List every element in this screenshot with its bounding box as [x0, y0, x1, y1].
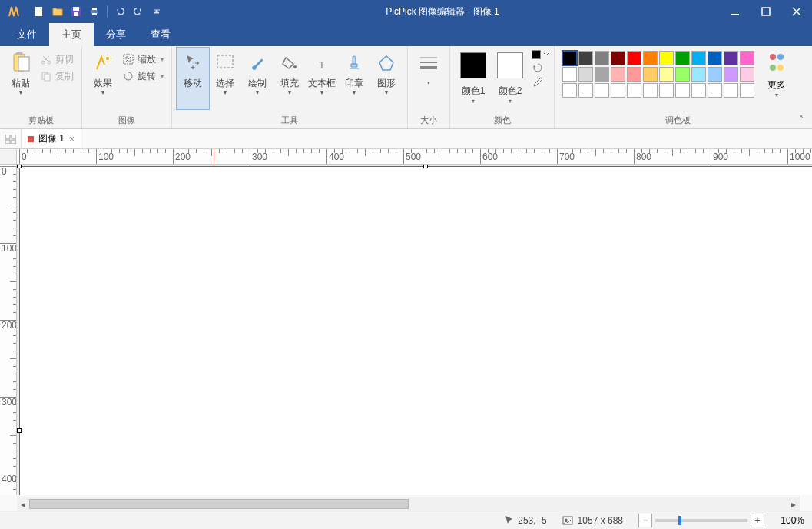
palette-swatch[interactable]: [627, 83, 641, 98]
tab-view[interactable]: 查看: [138, 23, 183, 46]
palette-swatch[interactable]: [691, 67, 706, 82]
palette-swatch[interactable]: [562, 83, 577, 98]
palette-swatch[interactable]: [691, 51, 706, 65]
cursor-icon: [504, 515, 513, 526]
palette-swatch[interactable]: [740, 83, 754, 98]
close-button[interactable]: [781, 0, 812, 23]
maximize-button[interactable]: [751, 0, 781, 23]
color1-button[interactable]: 颜色1 ▾: [455, 48, 492, 105]
palette-swatch[interactable]: [611, 67, 625, 82]
palette-swatch[interactable]: [675, 51, 690, 65]
palette-swatch[interactable]: [611, 51, 625, 65]
effects-button[interactable]: 效果 ▾: [87, 48, 119, 109]
canvas-viewport[interactable]: [17, 165, 812, 495]
resize-handle[interactable]: [423, 165, 428, 168]
line-weight-button[interactable]: ▾: [413, 48, 445, 109]
zoom-out-button[interactable]: −: [638, 514, 652, 527]
palette-swatch[interactable]: [724, 67, 738, 82]
palette-swatch[interactable]: [675, 67, 690, 82]
group-clipboard: 粘贴 ▾ 剪切 复制 剪贴板: [0, 46, 82, 128]
text-tool-button[interactable]: T文本框▾: [306, 48, 338, 109]
swap-colors-button[interactable]: [532, 50, 549, 59]
collapse-ribbon-button[interactable]: ˄: [794, 113, 809, 127]
palette-swatch[interactable]: [740, 51, 754, 65]
tab-share[interactable]: 分享: [94, 23, 138, 46]
palette-swatch[interactable]: [562, 67, 577, 82]
palette-swatch[interactable]: [659, 51, 674, 65]
redo-button[interactable]: [130, 3, 147, 20]
shapes-tool-button[interactable]: 图形▾: [370, 48, 403, 109]
more-colors-button[interactable]: 更多 ▾: [757, 48, 796, 98]
canvas[interactable]: [19, 166, 812, 495]
separator: [107, 5, 108, 18]
open-file-button[interactable]: [49, 3, 66, 20]
scroll-right-button[interactable]: ▸: [787, 497, 800, 511]
palette-swatch[interactable]: [643, 51, 658, 65]
rotate-button[interactable]: 旋转▾: [119, 68, 167, 85]
copy-button[interactable]: 复制: [37, 68, 77, 85]
palette-swatch[interactable]: [724, 83, 738, 98]
resize-button[interactable]: 缩放▾: [119, 51, 167, 68]
resize-handle[interactable]: [17, 165, 22, 168]
palette-swatch[interactable]: [611, 83, 625, 98]
eyedropper-icon: [532, 76, 544, 88]
scroll-track[interactable]: [29, 497, 787, 511]
tab-file[interactable]: 文件: [5, 23, 49, 46]
palette-swatch[interactable]: [643, 67, 658, 82]
palette-swatch[interactable]: [708, 51, 722, 65]
palette-swatch[interactable]: [691, 83, 706, 98]
close-tab-button[interactable]: ×: [69, 134, 75, 145]
document-tab[interactable]: 图像 1 ×: [22, 129, 81, 148]
undo-button[interactable]: [111, 3, 128, 20]
cut-button[interactable]: 剪切: [37, 51, 77, 68]
group-palette: 更多 ▾ 调色板: [555, 46, 800, 128]
svg-point-29: [565, 518, 567, 521]
qat-customize-button[interactable]: [148, 3, 165, 20]
fill-tool-button[interactable]: 填充▾: [273, 48, 306, 109]
palette-swatch[interactable]: [659, 83, 674, 98]
palette-swatch[interactable]: [643, 83, 658, 98]
move-tool-button[interactable]: 移动: [177, 48, 209, 109]
palette-swatch[interactable]: [595, 83, 609, 98]
eyedropper-button[interactable]: [532, 76, 549, 88]
zoom-in-button[interactable]: +: [751, 514, 764, 527]
chevron-down-icon: ▾: [288, 89, 291, 96]
quick-access-toolbar: [31, 3, 165, 20]
zoom-slider[interactable]: [655, 519, 747, 522]
resize-handle[interactable]: [17, 428, 22, 433]
vertical-ruler[interactable]: 0100200300400: [0, 165, 17, 495]
scroll-thumb[interactable]: [29, 499, 409, 509]
palette-swatch[interactable]: [578, 67, 593, 82]
horizontal-scrollbar[interactable]: ◂ ▸: [17, 497, 800, 511]
move-icon: [181, 51, 205, 75]
palette-swatch[interactable]: [578, 83, 593, 98]
minimize-button[interactable]: [720, 0, 751, 23]
color2-button[interactable]: 颜色2 ▾: [492, 48, 529, 105]
palette-swatch[interactable]: [578, 51, 593, 65]
palette-swatch[interactable]: [708, 67, 722, 82]
select-tool-button[interactable]: 选择▾: [209, 48, 241, 109]
palette-swatch[interactable]: [562, 51, 577, 65]
scroll-left-button[interactable]: ◂: [17, 497, 29, 511]
palette-swatch[interactable]: [595, 51, 609, 65]
print-button[interactable]: [86, 3, 103, 20]
svg-rect-25: [12, 135, 16, 138]
palette-swatch[interactable]: [675, 83, 690, 98]
palette-swatch[interactable]: [627, 51, 641, 65]
palette-swatch[interactable]: [659, 67, 674, 82]
palette-swatch[interactable]: [627, 67, 641, 82]
palette-swatch[interactable]: [724, 51, 738, 65]
horizontal-ruler[interactable]: 01002003004005006007008009001000: [17, 149, 812, 165]
palette-swatch[interactable]: [740, 67, 754, 82]
stamp-tool-button[interactable]: 印章▾: [338, 48, 370, 109]
paste-button[interactable]: 粘贴 ▾: [5, 48, 37, 109]
save-button[interactable]: [68, 3, 85, 20]
palette-swatch[interactable]: [708, 83, 722, 98]
draw-tool-button[interactable]: 绘制▾: [241, 48, 273, 109]
palette-swatch[interactable]: [595, 67, 609, 82]
thumbnail-view-button[interactable]: [0, 129, 22, 148]
default-colors-button[interactable]: [532, 62, 549, 73]
zoom-thumb[interactable]: [678, 516, 681, 525]
tab-home[interactable]: 主页: [49, 23, 94, 46]
new-file-button[interactable]: [31, 3, 48, 20]
